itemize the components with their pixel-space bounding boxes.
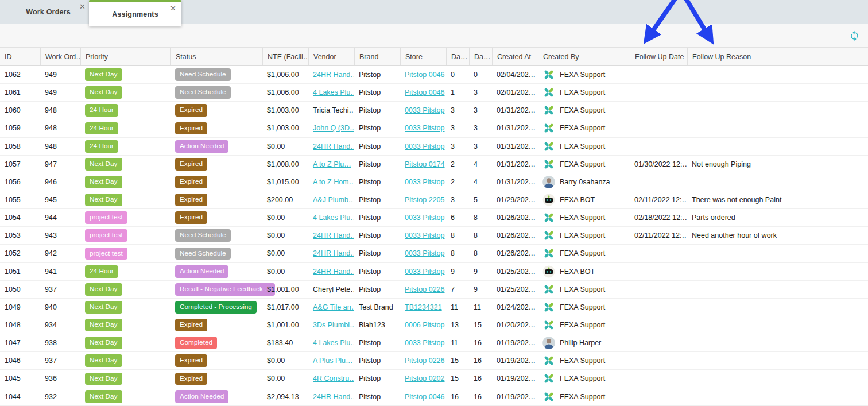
cell-status: Expired	[170, 119, 262, 137]
table-row[interactable]: 1052942project testNeed Schedule$0.0024H…	[0, 245, 868, 262]
column-header-status[interactable]: Status	[170, 48, 262, 65]
column-header-created-by[interactable]: Created By	[538, 48, 630, 65]
column-header-nte[interactable]: NTE (Facili…	[262, 48, 308, 65]
store-link[interactable]: 0033 Pitstop	[405, 178, 445, 186]
status-badge: Action Needed	[175, 265, 228, 278]
column-header-priority[interactable]: Priority	[80, 48, 170, 65]
cell-created-by: FEXA Support	[538, 209, 630, 226]
store-link[interactable]: Pitstop 0226	[405, 285, 445, 293]
cell-created-at: 01/31/202…	[492, 119, 538, 137]
close-icon[interactable]: ✕	[170, 5, 176, 12]
store-link[interactable]: Pitstop 0046	[405, 88, 445, 96]
table-row[interactable]: 106094824 HourExpired$1,003.00Tricia Tec…	[0, 102, 868, 119]
table-row[interactable]: 105194124 HourAction Needed$0.0024HR Han…	[0, 263, 868, 281]
vendor-link[interactable]: A to Z Hom…	[313, 178, 354, 186]
tab-assignments[interactable]: Assignments ✕	[89, 0, 181, 26]
table-row[interactable]: 1045936Next DayExpired$0.004R Constru…Pi…	[0, 370, 868, 388]
table-row[interactable]: 1048934Next DayExpired$1,001.003Ds Plumb…	[0, 316, 868, 334]
table-row[interactable]: 1047938Next DayCompleted$183.404 Lakes P…	[0, 334, 868, 352]
store-link[interactable]: 0033 Pitstop	[405, 231, 445, 239]
column-header-store[interactable]: Store	[400, 48, 446, 65]
cell-created-at: 02/04/202…	[492, 66, 538, 83]
store-link[interactable]: Pitstop 0226	[405, 357, 445, 365]
store-link[interactable]: 0033 Pitstop	[405, 268, 445, 276]
store-link[interactable]: Pitstop 0174	[405, 160, 445, 168]
vendor-link[interactable]: 24HR Hand…	[313, 268, 354, 276]
store-link[interactable]: Pitstop 0202	[405, 374, 445, 382]
column-header-work-order[interactable]: Work Ord…	[40, 48, 80, 65]
table-row[interactable]: 1050937Next DayRecall - Negative Feedbac…	[0, 281, 868, 299]
status-badge: Completed - Processing	[175, 301, 257, 314]
cell-store: 0033 Pitstop	[400, 227, 446, 244]
vendor-link[interactable]: A to Z Plu…	[313, 160, 351, 168]
column-header-brand[interactable]: Brand	[354, 48, 400, 65]
vendor-link[interactable]: 24HR Hand…	[313, 142, 354, 150]
store-link[interactable]: Pitstop 2205	[405, 196, 445, 204]
vendor-link[interactable]: A&G Tile an…	[313, 303, 354, 311]
column-header-id[interactable]: ID	[0, 48, 40, 65]
table-row[interactable]: 1053943project testNeed Schedule$0.0024H…	[0, 227, 868, 245]
table-row[interactable]: 105894824 HourAction Needed$0.0024HR Han…	[0, 138, 868, 156]
column-header-vendor[interactable]: Vendor	[308, 48, 354, 65]
refresh-button[interactable]	[848, 30, 860, 42]
vendor-link[interactable]: 3Ds Plumbi…	[313, 321, 354, 329]
cell-follow-up-date	[630, 263, 687, 280]
store-link[interactable]: 0033 Pitstop	[405, 106, 445, 114]
store-link[interactable]: 0033 Pitstop	[405, 214, 445, 222]
column-header-follow-up-date[interactable]: Follow Up Date	[630, 48, 687, 65]
column-header-follow-up-reason[interactable]: Follow Up Reason	[687, 48, 868, 65]
table-row[interactable]: 1049940Next DayCompleted - Processing$1,…	[0, 299, 868, 316]
cell-work-order: 945	[40, 191, 80, 208]
vendor-link[interactable]: 4 Lakes Plu…	[313, 88, 354, 96]
vendor-link[interactable]: 4 Lakes Plu…	[313, 339, 354, 347]
cell-work-order: 941	[40, 263, 80, 280]
table-row[interactable]: 1062949Next DayNeed Schedule$1,006.0024H…	[0, 66, 868, 84]
table-row[interactable]: 105994824 HourExpired$1,003.00John Q (3D…	[0, 119, 868, 137]
fexa-logo-icon	[542, 354, 555, 367]
store-link[interactable]: 0033 Pitstop	[405, 124, 445, 132]
created-by-name: FEXA Support	[560, 106, 605, 114]
cell-days-2: 16	[469, 352, 492, 369]
cell-nte: $0.00	[262, 227, 308, 244]
store-link[interactable]: 0033 Pitstop	[405, 142, 445, 150]
close-icon[interactable]: ✕	[79, 3, 86, 10]
vendor-link[interactable]: 24HR Hand…	[313, 249, 354, 257]
cell-follow-up-date: 02/18/2022 12:…	[630, 209, 687, 226]
store-link[interactable]: 0006 Pitstop	[405, 321, 445, 329]
vendor-link[interactable]: 24HR Hand…	[313, 231, 354, 239]
table-row[interactable]: 1061949Next DayNeed Schedule$1,006.004 L…	[0, 84, 868, 102]
table-row[interactable]: 1055945Next DayExpired$200.00A&J Plumb…P…	[0, 191, 868, 209]
cell-created-by: FEXA Support	[538, 352, 630, 369]
cell-follow-up-date	[630, 352, 687, 369]
column-header-created-at[interactable]: Created At	[492, 48, 538, 65]
table-row[interactable]: 1054944project testExpired$0.004 Lakes P…	[0, 209, 868, 227]
vendor-link[interactable]: 24HR Hand…	[313, 71, 354, 79]
cell-id: 1044	[0, 388, 40, 405]
vendor-link[interactable]: A Plus Plu…	[313, 357, 352, 365]
cell-id: 1051	[0, 263, 40, 280]
vendor-link[interactable]: 24HR Hand…	[313, 393, 354, 401]
cell-priority: Next Day	[80, 352, 170, 369]
cell-nte: $1,017.00	[262, 299, 308, 316]
store-link[interactable]: 0033 Pitstop	[405, 249, 445, 257]
cell-priority: Next Day	[80, 299, 170, 316]
vendor-link[interactable]: John Q (3D…	[313, 124, 354, 132]
vendor-link[interactable]: 4 Lakes Plu…	[313, 214, 354, 222]
store-link[interactable]: TB1234321	[405, 303, 442, 311]
column-header-days-2[interactable]: Da…	[469, 48, 492, 65]
store-link[interactable]: Pitstop 0046	[405, 71, 445, 79]
table-row[interactable]: 1046937Next DayExpired$0.00A Plus Plu…Pi…	[0, 352, 868, 370]
vendor-link[interactable]: A&J Plumb…	[313, 196, 354, 204]
priority-badge: 24 Hour	[85, 104, 118, 117]
cell-vendor: A to Z Hom…	[308, 173, 354, 191]
table-row[interactable]: 1057947Next DayExpired$1,008.00A to Z Pl…	[0, 156, 868, 173]
column-header-days-1[interactable]: Da…	[446, 48, 469, 65]
table-row[interactable]: 1044932Next DayAction Needed$2,094.1324H…	[0, 388, 868, 406]
cell-days-1: 3	[446, 119, 469, 137]
store-link[interactable]: Pitstop 0046	[405, 393, 445, 401]
created-by-name: FEXA Support	[560, 374, 605, 382]
tab-work-orders[interactable]: Work Orders ✕	[6, 0, 91, 24]
table-row[interactable]: 1056946Next DayExpired$1,015.00A to Z Ho…	[0, 173, 868, 191]
vendor-link[interactable]: 4R Constru…	[313, 374, 354, 382]
store-link[interactable]: 0033 Pitstop	[405, 339, 445, 347]
